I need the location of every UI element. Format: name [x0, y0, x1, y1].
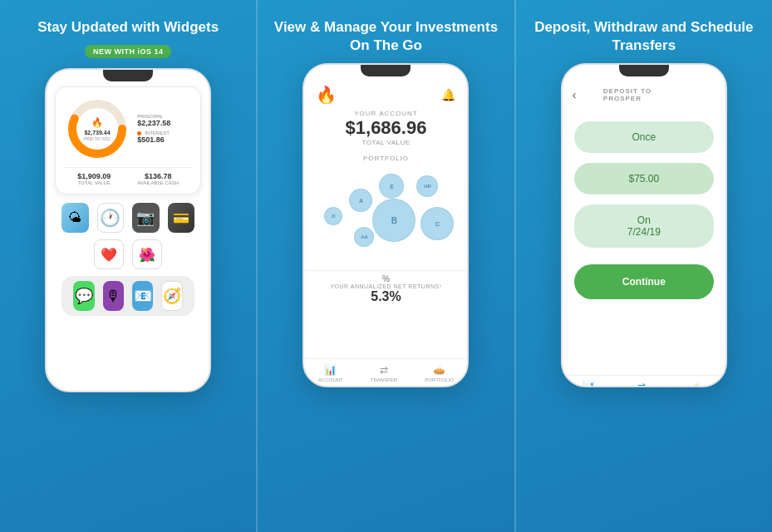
phone-notch-2	[361, 65, 411, 76]
account-nav-label: ACCOUNT	[318, 377, 343, 382]
panel-3-title: Deposit, Withdraw and Schedule Transfers	[529, 18, 759, 55]
returns-symbol: %	[304, 274, 467, 283]
portfolio-nav-icon: 🥧	[433, 364, 445, 376]
principal-stat: PRINCIPAL $2,237.58	[137, 114, 170, 127]
bottom-nav-3: 📊 ACCOUNT ⇄ TRANSFER 🥧 PORTFOLIO	[563, 375, 725, 387]
phone-mockup-1: 🔥 $2,739.44 PAID TO YOU PRINCIPAL $2,237…	[45, 68, 211, 392]
phone-notch-1	[103, 70, 153, 81]
available-cash-label: AVAILABLE CASH	[137, 180, 179, 185]
nav-account-2[interactable]: 📊 ACCOUNT	[318, 364, 343, 382]
panel-widgets: Stay Updated with Widgets NEW WITH iOS 1…	[0, 0, 256, 532]
podcasts-dock-icon[interactable]: 🎙	[103, 281, 124, 311]
transfer-options: Once $75.00 On7/24/19	[563, 108, 725, 261]
wallet-icon[interactable]: 💳	[168, 203, 194, 233]
transfer-option-amount[interactable]: $75.00	[574, 163, 714, 195]
nav-account-3[interactable]: 📊 ACCOUNT	[576, 381, 601, 387]
badge-ios14: NEW WITH iOS 14	[85, 45, 172, 58]
bubble-b: B	[372, 199, 416, 242]
panel-2-title: View & Manage Your Investments On The Go	[271, 18, 500, 55]
bubble-chart: E HR B C A AA D	[312, 167, 459, 267]
total-value-stat: $1,909.09 TOTAL VALUE	[77, 172, 111, 185]
clock-icon[interactable]: 🕐	[97, 203, 125, 233]
svg-text:PAID TO YOU: PAID TO YOU	[84, 136, 111, 141]
returns-label: YOUR ANNUALIZED NET RETURNS¹	[304, 283, 467, 289]
account-label: YOUR ACCOUNT	[354, 110, 417, 117]
interest-value: $501.86	[137, 135, 170, 144]
available-cash-amount: $136.78	[137, 172, 179, 180]
deposit-header: ‹ DEPOSIT TO PROSPER	[563, 81, 725, 108]
nav-portfolio-2[interactable]: 🥧 PORTFOLIO	[425, 364, 454, 382]
phone-1-content: 🔥 $2,739.44 PAID TO YOU PRINCIPAL $2,237…	[47, 86, 209, 323]
transfer-nav-icon-3: ⇄	[637, 381, 646, 387]
icon-row-1: 🌤 🕐 📷 💳	[61, 203, 194, 233]
bubble-a: A	[349, 189, 372, 212]
portfolio-section: PORTFOLIO E HR B C A AA D	[304, 155, 467, 267]
bubble-e: E	[379, 174, 404, 199]
account-sublabel: TOTAL VALUE	[361, 139, 410, 146]
donut-section: 🔥 $2,739.44 PAID TO YOU PRINCIPAL $2,237…	[64, 96, 192, 162]
principal-value: $2,237.58	[137, 119, 170, 127]
prosper-logo-bar: 🔥 🔔	[304, 85, 467, 105]
health-icon[interactable]: ❤️	[94, 239, 124, 269]
weather-icon[interactable]: 🌤	[61, 203, 88, 233]
transfer-nav-icon: ⇄	[380, 364, 388, 376]
returns-value: 5.3%	[304, 289, 467, 304]
nav-transfer-2[interactable]: ⇄ TRANSFER	[371, 364, 397, 382]
returns-section: % YOUR ANNUALIZED NET RETURNS¹ 5.3%	[304, 270, 467, 304]
widget-stats: PRINCIPAL $2,237.58 INTEREST $501.86	[137, 114, 170, 144]
phone-3-content: ‹ DEPOSIT TO PROSPER Once $75.00 On7/24/…	[563, 81, 725, 387]
back-button[interactable]: ‹	[573, 88, 577, 101]
panel-investments: View & Manage Your Investments On The Go…	[256, 0, 515, 532]
flame-logo: 🔥	[316, 85, 337, 105]
phone-2-content: 🔥 🔔 YOUR ACCOUNT $1,686.96 TOTAL VALUE P…	[304, 81, 467, 304]
portfolio-nav-icon-3: 🥧	[691, 381, 703, 387]
panel-transfers: Deposit, Withdraw and Schedule Transfers…	[516, 0, 772, 532]
nav-transfer-3[interactable]: ⇄ TRANSFER	[628, 381, 655, 387]
account-nav-icon: 📊	[324, 364, 337, 376]
bottom-nav-2: 📊 ACCOUNT ⇄ TRANSFER 🥧 PORTFOLIO	[304, 358, 467, 386]
bubble-aa: AA	[354, 227, 374, 247]
account-value: $1,686.96	[346, 117, 427, 139]
bubble-c: C	[420, 207, 454, 240]
phone-mockup-3: ‹ DEPOSIT TO PROSPER Once $75.00 On7/24/…	[561, 63, 727, 387]
svg-text:$2,739.44: $2,739.44	[85, 130, 111, 136]
safari-dock-icon[interactable]: 🧭	[161, 281, 183, 311]
mail-dock-icon[interactable]: 📧	[132, 281, 153, 311]
donut-container: 🔥 $2,739.44 PAID TO YOU	[64, 96, 130, 162]
continue-button[interactable]: Continue	[574, 264, 714, 299]
photos-icon[interactable]: 🌺	[132, 239, 162, 269]
portfolio-label: PORTFOLIO	[312, 155, 459, 162]
bubble-hr: HR	[416, 175, 438, 197]
transfer-option-once[interactable]: Once	[574, 121, 714, 153]
bubble-d: D	[324, 207, 342, 225]
portfolio-nav-label: PORTFOLIO	[425, 377, 454, 382]
messages-dock-icon[interactable]: 💬	[73, 281, 94, 311]
dock: 💬 🎙 📧 🧭	[61, 276, 194, 316]
phone-mockup-2: 🔥 🔔 YOUR ACCOUNT $1,686.96 TOTAL VALUE P…	[302, 63, 469, 387]
panel-1-title: Stay Updated with Widgets	[37, 18, 219, 37]
phone-notch-3	[619, 65, 669, 76]
transfer-option-date[interactable]: On7/24/19	[574, 204, 714, 248]
account-nav-icon-3: 📊	[583, 381, 595, 387]
available-cash-stat: $136.78 AVAILABLE CASH	[137, 172, 179, 185]
total-value-amount: $1,909.09	[77, 172, 111, 180]
donut-chart: 🔥 $2,739.44 PAID TO YOU	[64, 96, 130, 162]
icon-row-2: ❤️ 🌺	[61, 239, 194, 269]
interest-dot	[137, 131, 141, 135]
app-icons: 🌤 🕐 📷 💳 ❤️ 🌺	[55, 203, 201, 269]
transfer-nav-label: TRANSFER	[371, 377, 397, 382]
widget-card: 🔥 $2,739.44 PAID TO YOU PRINCIPAL $2,237…	[55, 86, 201, 195]
total-value-label: TOTAL VALUE	[77, 180, 111, 185]
widget-bottom-stats: $1,909.09 TOTAL VALUE $136.78 AVAILABLE …	[64, 167, 192, 185]
deposit-title: DEPOSIT TO PROSPER	[603, 87, 685, 102]
svg-text:🔥: 🔥	[91, 116, 103, 128]
interest-stat: INTEREST $501.86	[137, 131, 170, 144]
bell-icon[interactable]: 🔔	[441, 88, 455, 101]
nav-portfolio-3[interactable]: 🥧 PORTFOLIO	[683, 381, 712, 387]
camera-icon[interactable]: 📷	[132, 203, 159, 233]
